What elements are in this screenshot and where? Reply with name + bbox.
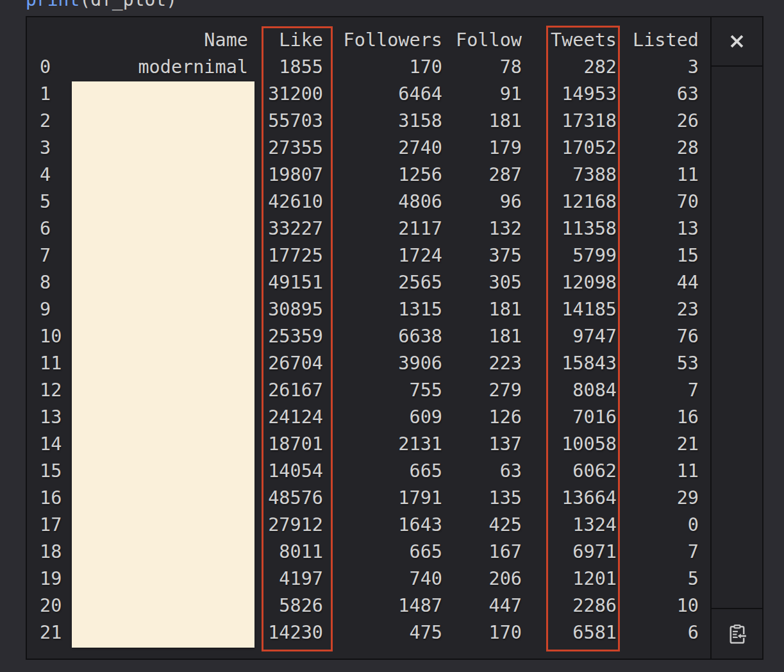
cell-name xyxy=(71,162,248,189)
table-row: 122616775527980847 xyxy=(27,377,712,404)
cell-listed: 63 xyxy=(617,81,699,108)
cell-follow: 132 xyxy=(442,215,522,242)
table-row: 10253596638181974776 xyxy=(27,323,712,350)
cell-followers: 4806 xyxy=(323,189,442,215)
table-row: 1312006464911495363 xyxy=(27,81,712,108)
cell-listed: 0 xyxy=(617,512,699,539)
cell-index: 4 xyxy=(27,162,71,189)
cell-like: 17725 xyxy=(248,242,323,269)
cell-index: 15 xyxy=(27,458,71,485)
cell-follow: 91 xyxy=(442,81,522,108)
cell-like: 55703 xyxy=(248,108,323,135)
cell-tweets: 7388 xyxy=(522,162,617,189)
cell-index: 20 xyxy=(27,592,71,619)
table-row: 5426104806961216870 xyxy=(27,189,712,215)
cell-index: 8 xyxy=(27,269,71,296)
cell-followers: 755 xyxy=(323,377,442,404)
cell-index: 6 xyxy=(27,215,71,242)
cell-follow: 287 xyxy=(442,162,522,189)
cell-name xyxy=(71,108,248,135)
cell-followers: 475 xyxy=(323,619,442,646)
cell-index: 17 xyxy=(27,512,71,539)
cell-listed: 7 xyxy=(617,377,699,404)
cell-like: 14230 xyxy=(248,619,323,646)
cell-index: 19 xyxy=(27,566,71,592)
cell-tweets: 5799 xyxy=(522,242,617,269)
cell-followers: 665 xyxy=(323,539,442,566)
cell-name xyxy=(71,539,248,566)
cell-followers: 3158 xyxy=(323,108,442,135)
table-row: 84915125653051209844 xyxy=(27,269,712,296)
cell-name xyxy=(71,404,248,431)
cell-like: 14054 xyxy=(248,458,323,485)
table-row: 141870121311371005821 xyxy=(27,431,712,458)
close-output-button[interactable] xyxy=(712,17,762,67)
cell-tweets: Tweets xyxy=(522,27,617,54)
table-row: 112670439062231584353 xyxy=(27,350,712,377)
table-row: 211423047517065816 xyxy=(27,619,712,646)
cell-like: 33227 xyxy=(248,215,323,242)
cell-follow: 137 xyxy=(442,431,522,458)
table-row: 7177251724375579915 xyxy=(27,242,712,269)
close-icon xyxy=(728,33,746,50)
cell-followers: 665 xyxy=(323,458,442,485)
cell-followers: 1487 xyxy=(323,592,442,619)
table-row: 2058261487447228610 xyxy=(27,592,712,619)
editor-background: print(df_plot) NameLikeFollowersFollowTw… xyxy=(0,0,784,672)
cell-followers: 1643 xyxy=(323,512,442,539)
cell-like: 49151 xyxy=(248,269,323,296)
cell-tweets: 282 xyxy=(522,54,617,81)
cell-tweets: 7016 xyxy=(522,404,617,431)
cell-follow: 206 xyxy=(442,566,522,592)
cell-tweets: 1201 xyxy=(522,566,617,592)
cell-followers: 1791 xyxy=(323,485,442,512)
cell-like: 27912 xyxy=(248,512,323,539)
cell-listed: 44 xyxy=(617,269,699,296)
cell-follow: 447 xyxy=(442,592,522,619)
cell-follow: 167 xyxy=(442,539,522,566)
cell-followers: 609 xyxy=(323,404,442,431)
cell-followers: 6464 xyxy=(323,81,442,108)
cell-index: 18 xyxy=(27,539,71,566)
cell-listed: 29 xyxy=(617,485,699,512)
cell-name xyxy=(71,431,248,458)
cell-like: 4197 xyxy=(248,566,323,592)
cell-followers: Followers xyxy=(323,27,442,54)
cell-listed: 15 xyxy=(617,242,699,269)
cell-name xyxy=(71,189,248,215)
cell-followers: 3906 xyxy=(323,350,442,377)
cell-listed: 6 xyxy=(617,619,699,646)
table-row: 164857617911351366429 xyxy=(27,485,712,512)
cell-tweets: 17318 xyxy=(522,108,617,135)
cell-index: 21 xyxy=(27,619,71,646)
cell-listed: 13 xyxy=(617,215,699,242)
code-line: print(df_plot) xyxy=(26,0,177,11)
cell-follow: 181 xyxy=(442,108,522,135)
cell-name xyxy=(71,619,248,646)
cell-name xyxy=(71,81,248,108)
cell-listed: 11 xyxy=(617,162,699,189)
cell-tweets: 17052 xyxy=(522,135,617,162)
cell-follow: 179 xyxy=(442,135,522,162)
cell-follow: 375 xyxy=(442,242,522,269)
cell-name xyxy=(71,592,248,619)
cell-listed: Listed xyxy=(617,27,699,54)
cell-tweets: 6581 xyxy=(522,619,617,646)
cell-tweets: 14185 xyxy=(522,296,617,323)
table-row: 151405466563606211 xyxy=(27,458,712,485)
table-row: 1727912164342513240 xyxy=(27,512,712,539)
cell-tweets: 6062 xyxy=(522,458,617,485)
cell-followers: 1315 xyxy=(323,296,442,323)
cell-follow: 181 xyxy=(442,296,522,323)
cell-like: 26704 xyxy=(248,350,323,377)
dataframe-table: NameLikeFollowersFollowTweetsListed0mode… xyxy=(27,27,712,646)
cell-like: 42610 xyxy=(248,189,323,215)
cell-index: 2 xyxy=(27,108,71,135)
copy-output-button[interactable] xyxy=(712,608,762,659)
cell-listed: 70 xyxy=(617,189,699,215)
cell-follow: Follow xyxy=(442,27,522,54)
cell-follow: 223 xyxy=(442,350,522,377)
cell-name: Name xyxy=(71,27,248,54)
cell-name xyxy=(71,512,248,539)
cell-tweets: 8084 xyxy=(522,377,617,404)
